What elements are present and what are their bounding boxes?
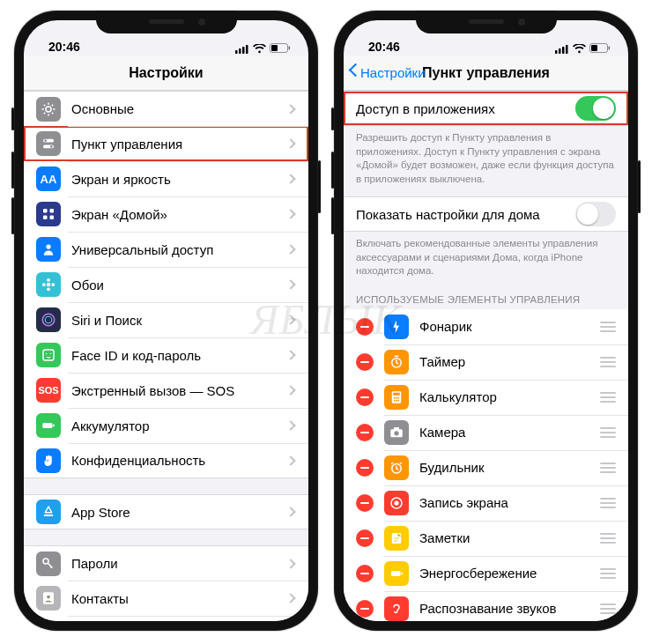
camera-icon bbox=[384, 420, 409, 445]
chevron-right-icon bbox=[285, 209, 295, 218]
settings-row[interactable]: SOSЭкстренный вызов — SOS bbox=[24, 373, 308, 408]
svg-rect-45 bbox=[591, 45, 597, 51]
status-time: 20:46 bbox=[41, 40, 235, 54]
control-row[interactable]: Запись экрана bbox=[344, 485, 628, 521]
settings-row[interactable]: Аккумулятор bbox=[24, 408, 308, 443]
row-home-controls[interactable]: Показать настройки для дома bbox=[344, 196, 628, 232]
remove-button[interactable] bbox=[356, 529, 374, 547]
settings-row[interactable]: Основные bbox=[24, 91, 308, 126]
footer-home: Включать рекомендованные элементы управл… bbox=[344, 232, 628, 282]
drag-handle-icon[interactable] bbox=[600, 568, 616, 579]
svg-rect-5 bbox=[271, 45, 278, 51]
drag-handle-icon[interactable] bbox=[600, 463, 616, 473]
settings-row[interactable]: Пункт управления bbox=[24, 126, 308, 161]
row-label: Универсальный доступ bbox=[71, 242, 287, 257]
battery-icon bbox=[589, 43, 611, 54]
control-row[interactable]: Будильник bbox=[344, 450, 628, 485]
settings-row[interactable]: Контакты bbox=[24, 581, 308, 616]
record-icon bbox=[384, 491, 409, 515]
svg-point-50 bbox=[394, 396, 396, 398]
row-label: Пароли bbox=[71, 556, 287, 571]
remove-button[interactable] bbox=[356, 318, 374, 336]
svg-point-61 bbox=[394, 500, 398, 505]
drag-handle-icon[interactable] bbox=[600, 603, 616, 614]
control-row[interactable]: Заметки bbox=[344, 521, 628, 556]
svg-point-55 bbox=[397, 399, 399, 401]
settings-row[interactable]: Обои bbox=[24, 267, 308, 302]
chevron-right-icon bbox=[285, 507, 295, 516]
settings-row[interactable]: Экран «Домой» bbox=[24, 196, 308, 232]
drag-handle-icon[interactable] bbox=[600, 392, 616, 403]
svg-point-18 bbox=[47, 278, 50, 282]
svg-rect-1 bbox=[239, 48, 241, 54]
appstore-icon bbox=[36, 500, 61, 524]
settings-row[interactable]: 3Календарь bbox=[24, 616, 308, 621]
row-access-in-apps[interactable]: Доступ в приложениях bbox=[344, 91, 628, 126]
remove-button[interactable] bbox=[356, 494, 374, 512]
flower-icon bbox=[36, 272, 61, 297]
row-label: Обои bbox=[71, 278, 287, 292]
chevron-right-icon bbox=[285, 350, 295, 359]
svg-rect-6 bbox=[289, 47, 291, 50]
control-row[interactable]: Фонарик bbox=[344, 309, 628, 344]
row-label: Экстренный вызов — SOS bbox=[71, 383, 287, 398]
row-label: Основные bbox=[71, 101, 287, 116]
chevron-right-icon bbox=[285, 279, 295, 289]
svg-point-23 bbox=[45, 316, 52, 323]
drag-handle-icon[interactable] bbox=[600, 498, 616, 508]
control-label: Запись экрана bbox=[419, 495, 600, 510]
svg-rect-49 bbox=[393, 392, 400, 395]
wifi-icon bbox=[573, 44, 586, 54]
settings-row[interactable]: Универсальный доступ bbox=[24, 232, 308, 267]
remove-button[interactable] bbox=[356, 353, 374, 371]
chevron-right-icon bbox=[285, 420, 295, 430]
svg-rect-41 bbox=[559, 48, 561, 54]
person-icon bbox=[36, 237, 61, 262]
drag-handle-icon[interactable] bbox=[600, 322, 616, 332]
drag-handle-icon[interactable] bbox=[600, 427, 616, 438]
drag-handle-icon[interactable] bbox=[600, 357, 616, 367]
remove-button[interactable] bbox=[356, 565, 374, 582]
section-header-included: ИСПОЛЬЗУЕМЫЕ ЭЛЕМЕНТЫ УПРАВЛЕНИЯ bbox=[344, 282, 628, 309]
control-row[interactable]: Калькулятор bbox=[344, 380, 628, 415]
svg-rect-15 bbox=[50, 216, 55, 220]
control-label: Камера bbox=[419, 425, 600, 440]
toggle-home[interactable] bbox=[575, 202, 616, 226]
settings-row[interactable]: Конфиденциальность bbox=[24, 443, 308, 478]
svg-rect-27 bbox=[42, 423, 52, 428]
chevron-right-icon bbox=[285, 455, 295, 465]
chevron-right-icon bbox=[285, 244, 295, 254]
back-button[interactable]: Настройки bbox=[349, 56, 426, 90]
remove-button[interactable] bbox=[356, 424, 374, 441]
calc-icon bbox=[384, 385, 409, 410]
phone-right: 20:46 Настройки Пункт управления bbox=[334, 11, 638, 631]
row-label: App Store bbox=[71, 505, 287, 520]
settings-row[interactable]: AAЭкран и яркость bbox=[24, 161, 308, 196]
row-label: Конфиденциальность bbox=[71, 453, 287, 468]
settings-row[interactable]: Siri и Поиск bbox=[24, 302, 308, 337]
notch bbox=[416, 11, 557, 33]
svg-point-20 bbox=[42, 283, 46, 286]
svg-point-32 bbox=[47, 596, 50, 599]
control-label: Распознавание звуков bbox=[419, 601, 600, 616]
remove-button[interactable] bbox=[356, 389, 374, 406]
settings-row[interactable]: Face ID и код-пароль bbox=[24, 337, 308, 373]
remove-button[interactable] bbox=[356, 600, 374, 618]
settings-row[interactable]: Пароли bbox=[24, 545, 308, 581]
control-row[interactable]: Энергосбережение bbox=[344, 556, 628, 591]
toggle-access[interactable] bbox=[575, 96, 616, 121]
svg-point-9 bbox=[44, 139, 47, 142]
control-row[interactable]: Таймер bbox=[344, 344, 628, 380]
back-label: Настройки bbox=[360, 65, 426, 80]
svg-point-25 bbox=[46, 353, 48, 355]
svg-rect-42 bbox=[562, 47, 565, 54]
remove-button[interactable] bbox=[356, 459, 374, 477]
settings-row[interactable]: App Store bbox=[24, 494, 308, 529]
control-row[interactable]: Распознавание звуков bbox=[344, 591, 628, 621]
drag-handle-icon[interactable] bbox=[600, 533, 616, 544]
row-label: Показать настройки для дома bbox=[356, 207, 575, 222]
svg-point-26 bbox=[50, 353, 52, 355]
control-row[interactable]: Камера bbox=[344, 415, 628, 450]
svg-point-53 bbox=[394, 399, 396, 401]
chevron-right-icon bbox=[285, 138, 295, 148]
